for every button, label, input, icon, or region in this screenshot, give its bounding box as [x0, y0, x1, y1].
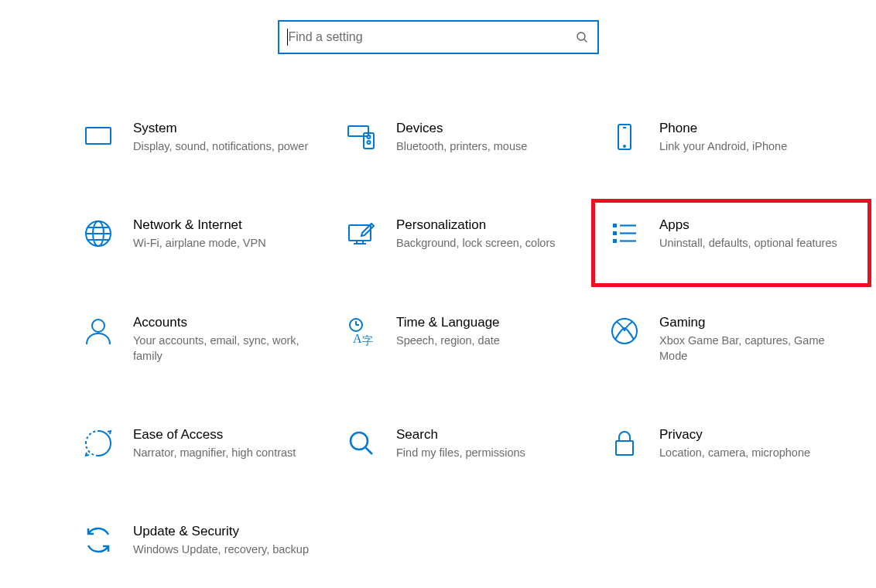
svg-point-0: [577, 32, 585, 40]
svg-point-13: [624, 145, 625, 147]
tile-accounts[interactable]: Accounts Your accounts, email, sync, wor…: [77, 307, 340, 372]
time-language-icon: A 字: [345, 315, 378, 347]
svg-point-10: [368, 141, 371, 144]
tile-desc: Your accounts, email, sync, work, family: [133, 333, 320, 364]
tile-phone[interactable]: Phone Link your Android, iPhone: [604, 113, 867, 162]
tile-text: Phone Link your Android, iPhone: [659, 121, 862, 154]
svg-rect-38: [616, 441, 633, 455]
tile-system[interactable]: System Display, sound, notifications, po…: [77, 113, 340, 162]
tile-text: Update & Security Windows Update, recove…: [133, 524, 336, 557]
svg-text:A: A: [353, 332, 362, 345]
tile-desc: Find my files, permissions: [396, 445, 583, 460]
phone-icon: [608, 121, 641, 153]
tile-text: Accounts Your accounts, email, sync, wor…: [133, 315, 336, 364]
tile-title: Time & Language: [396, 315, 583, 330]
tile-title: System: [133, 121, 320, 136]
tile-desc: Location, camera, microphone: [659, 445, 847, 460]
tile-desc: Xbox Game Bar, captures, Game Mode: [659, 333, 847, 364]
tile-title: Privacy: [659, 427, 847, 443]
tile-text: Personalization Background, lock screen,…: [396, 217, 599, 251]
tile-desc: Narrator, magnifier, high contrast: [133, 445, 320, 460]
tile-personalization[interactable]: Personalization Background, lock screen,…: [340, 210, 604, 258]
tile-gaming[interactable]: Gaming Xbox Game Bar, captures, Game Mod…: [604, 307, 867, 372]
tile-desc: Link your Android, iPhone: [659, 138, 847, 154]
tile-search[interactable]: Search Find my files, permissions: [340, 419, 604, 468]
tile-text: Network & Internet Wi-Fi, airplane mode,…: [133, 217, 336, 251]
svg-point-36: [351, 432, 368, 450]
search-box[interactable]: [278, 20, 599, 54]
tile-text: Apps Uninstall, defaults, optional featu…: [659, 217, 862, 251]
system-icon: [82, 121, 115, 153]
globe-icon: [82, 217, 115, 250]
tile-text: Gaming Xbox Game Bar, captures, Game Mod…: [659, 315, 862, 364]
settings-grid: System Display, sound, notifications, po…: [0, 85, 876, 566]
tile-title: Apps: [659, 217, 847, 233]
tile-network[interactable]: Network & Internet Wi-Fi, airplane mode,…: [77, 210, 340, 258]
tile-devices[interactable]: Devices Bluetooth, printers, mouse: [340, 113, 604, 162]
search-input[interactable]: [289, 30, 576, 44]
search-container: [0, 0, 876, 85]
tile-text: Search Find my files, permissions: [396, 427, 599, 460]
tile-title: Phone: [659, 121, 847, 136]
apps-icon: [608, 217, 641, 250]
tile-title: Network & Internet: [133, 217, 320, 233]
svg-rect-25: [613, 239, 617, 243]
svg-rect-2: [86, 128, 111, 144]
tile-title: Devices: [396, 121, 583, 136]
tile-title: Ease of Access: [133, 427, 320, 443]
svg-text:字: 字: [362, 335, 373, 347]
magnifier-icon: [345, 427, 378, 460]
svg-rect-24: [613, 231, 617, 235]
lock-icon: [608, 427, 641, 460]
tile-desc: Background, lock screen, colors: [396, 235, 583, 251]
tile-desc: Display, sound, notifications, power: [133, 138, 320, 154]
tile-apps[interactable]: Apps Uninstall, defaults, optional featu…: [604, 210, 867, 258]
tile-title: Search: [396, 427, 583, 443]
tile-desc: Uninstall, defaults, optional features: [659, 235, 847, 251]
tile-title: Update & Security: [133, 524, 320, 539]
update-icon: [82, 524, 115, 556]
tile-text: Time & Language Speech, region, date: [396, 315, 599, 348]
search-icon: [576, 31, 588, 43]
tile-update-security[interactable]: Update & Security Windows Update, recove…: [77, 516, 340, 565]
svg-rect-23: [613, 224, 617, 227]
ease-of-access-icon: [82, 427, 115, 460]
tile-title: Personalization: [396, 217, 583, 233]
tile-ease-of-access[interactable]: Ease of Access Narrator, magnifier, high…: [77, 419, 340, 468]
person-icon: [82, 315, 115, 347]
personalization-icon: [345, 217, 378, 250]
tile-text: System Display, sound, notifications, po…: [133, 121, 336, 154]
svg-rect-4: [348, 126, 368, 136]
tile-text: Ease of Access Narrator, magnifier, high…: [133, 427, 336, 460]
tile-text: Privacy Location, camera, microphone: [659, 427, 862, 460]
tile-desc: Speech, region, date: [396, 333, 583, 348]
tile-time-language[interactable]: A 字 Time & Language Speech, region, date: [340, 307, 604, 372]
tile-privacy[interactable]: Privacy Location, camera, microphone: [604, 419, 867, 468]
svg-point-9: [368, 135, 371, 138]
tile-title: Gaming: [659, 315, 847, 330]
svg-line-37: [365, 447, 372, 454]
tile-desc: Bluetooth, printers, mouse: [396, 138, 583, 154]
svg-point-29: [92, 320, 104, 332]
text-caret: [287, 29, 288, 46]
tile-text: Devices Bluetooth, printers, mouse: [396, 121, 599, 154]
tile-desc: Wi-Fi, airplane mode, VPN: [133, 235, 320, 251]
xbox-icon: [608, 315, 641, 347]
svg-line-1: [584, 39, 587, 43]
tile-title: Accounts: [133, 315, 320, 330]
tile-desc: Windows Update, recovery, backup: [133, 542, 320, 557]
devices-icon: [345, 121, 378, 153]
